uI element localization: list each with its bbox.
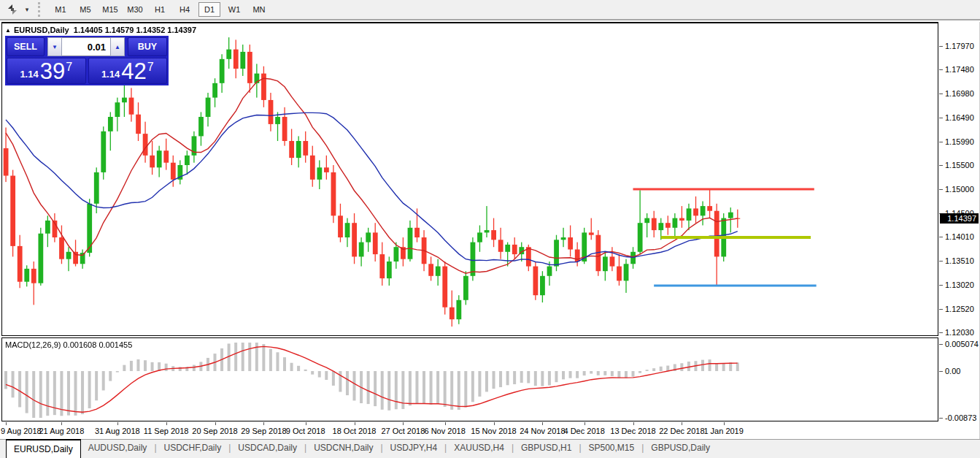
price-axis-tick (939, 285, 943, 286)
price-axis-label: 1.15500 (945, 161, 974, 169)
price-axis-tick (939, 93, 943, 94)
price-axis-label: 1.17970 (945, 42, 974, 50)
price-axis-tick (939, 261, 943, 262)
mt4-window: { "toolbar": { "timeframes": ["M1","M5",… (0, 0, 980, 458)
price-axis-label: 1.14010 (945, 232, 974, 241)
price-axis-label: 1.13510 (945, 256, 974, 265)
collapse-arrow-icon[interactable]: ▲ (5, 27, 11, 34)
timeframe-button-w1[interactable]: W1 (223, 2, 245, 17)
price-axis-tick (939, 46, 943, 47)
price-axis-label: 1.12520 (945, 305, 974, 313)
timeframe-buttons: M1M5M15M30H1H4D1W1MN (48, 2, 271, 17)
timeframe-button-d1[interactable]: D1 (198, 2, 220, 17)
chart-title: ▲EURUSD,Daily 1.14405 1.14579 1.14352 1.… (5, 26, 196, 34)
date-axis-tick (542, 422, 543, 425)
price-axis-label: 1.15990 (945, 137, 974, 146)
volume-decrease-button[interactable]: ▼ (47, 37, 62, 56)
price-axis-tick (939, 165, 943, 166)
price-axis-label: 1.13020 (945, 280, 974, 289)
price-axis-label: 1.17480 (945, 65, 974, 74)
date-axis-tick (215, 422, 216, 425)
buy-button[interactable]: BUY (128, 37, 167, 56)
sell-button[interactable]: SELL (7, 37, 45, 56)
date-axis-tick (724, 422, 725, 425)
price-axis-tick (939, 309, 943, 310)
date-axis-tick (306, 422, 306, 425)
macd-indicator-label: MACD(12,26,9) 0.001608 0.001455 (5, 340, 132, 349)
price-axis-tick (939, 69, 943, 70)
price-axis-tick (939, 142, 943, 142)
volume-input[interactable] (62, 37, 110, 56)
timeframe-button-m15[interactable]: M15 (99, 2, 121, 17)
date-axis-tick (403, 422, 404, 425)
sell-price-sup: 7 (66, 61, 72, 73)
price-axis-tick (939, 237, 943, 237)
chart-arrows-glyph (7, 4, 18, 15)
macd-panel (1, 337, 938, 421)
sell-price-big: 39 (40, 61, 65, 82)
sell-price-prefix: 1.14 (20, 69, 38, 82)
date-axis-tick (61, 422, 62, 425)
date-axis-tick (494, 422, 495, 425)
chart-tab-xauusd-h4[interactable]: XAUUSD,H4 (447, 440, 512, 458)
timeframe-button-h4[interactable]: H4 (174, 2, 196, 17)
date-axis-tick (584, 422, 585, 425)
chart-tab-eurusd-daily[interactable]: EURUSD,Daily (6, 439, 81, 458)
chart-tab-usdchf-daily[interactable]: USDCHF,Daily (157, 440, 229, 458)
chart-symbol-label: EURUSD,Daily (14, 26, 69, 34)
date-axis-tick (355, 422, 355, 425)
date-axis-tick (445, 422, 446, 425)
price-axis-label: -0.00873 (945, 413, 976, 422)
chart-ohlc-values: 1.14405 1.14579 1.14352 1.14397 (74, 26, 196, 34)
chart-tab-usdcad-daily[interactable]: USDCAD,Daily (231, 440, 304, 458)
one-click-trading-panel: SELL ▼ ▲ BUY 1.14397 1.14427 (5, 36, 169, 85)
price-axis-tick (939, 371, 943, 372)
date-axis-tick (633, 422, 634, 425)
date-axis-tick (263, 422, 264, 425)
buy-price-big: 42 (121, 61, 146, 82)
date-axis[interactable]: 9 Aug 201821 Aug 201831 Aug 201811 Sep 2… (0, 422, 939, 439)
buy-price-sup: 7 (147, 61, 154, 73)
timeframe-button-h1[interactable]: H1 (149, 2, 171, 17)
price-axis-tick (939, 418, 943, 419)
chart-tab-sp500-m15[interactable]: SP500,M15 (582, 440, 642, 458)
current-price-badge: 1.14397 (940, 213, 979, 224)
date-axis-label: 21 Aug 2018 (31, 427, 92, 435)
price-axis-label: 1.15000 (945, 185, 974, 194)
sell-price-button[interactable]: 1.14397 (7, 58, 86, 84)
chart-arrows-icon[interactable] (3, 1, 22, 18)
buy-price-button[interactable]: 1.14427 (88, 58, 168, 84)
chart-tab-gbpusd-daily[interactable]: GBPUSD,Daily (644, 440, 717, 458)
date-axis-label: 1 Jan 2019 (693, 427, 755, 435)
price-axis-label: 1.16490 (945, 113, 974, 122)
timeframe-button-m30[interactable]: M30 (124, 2, 146, 17)
chart-tab-gbpusd-h1[interactable]: GBPUSD,H1 (514, 440, 579, 458)
price-axis[interactable]: 1.179701.174801.169801.164901.159901.155… (939, 22, 980, 439)
periods-toolbar: ▾ M1M5M15M30H1H4D1W1MN (0, 0, 980, 20)
timeframe-button-mn[interactable]: MN (248, 2, 270, 17)
price-axis-label: 0.00 (945, 367, 960, 375)
timeframe-button-m1[interactable]: M1 (50, 2, 72, 17)
date-axis-tick (6, 422, 7, 425)
macd-canvas[interactable] (2, 338, 938, 421)
price-axis-label: 1.12030 (945, 328, 974, 337)
price-axis-tick (939, 344, 943, 345)
price-axis-tick (939, 118, 943, 118)
price-axis-label: 1.16980 (945, 89, 974, 98)
price-axis-label: 0.005074 (945, 340, 979, 348)
price-axis-tick (939, 332, 943, 333)
date-axis-tick (682, 422, 682, 425)
timeframe-button-m5[interactable]: M5 (74, 2, 96, 17)
date-axis-tick (117, 422, 118, 425)
chart-tab-audusd-daily[interactable]: AUDUSD,Daily (81, 440, 155, 458)
price-axis-tick (939, 189, 943, 190)
date-axis-tick (166, 422, 167, 425)
chart-tab-usdjpy-h4[interactable]: USDJPY,H4 (383, 440, 444, 458)
toolbar-dropdown-caret[interactable]: ▾ (22, 6, 32, 13)
chart-tab-usdcnh-daily[interactable]: USDCNH,Daily (306, 440, 380, 458)
chart-tab-bar: EURUSD,DailyAUDUSD,Daily|USDCHF,Daily|US… (0, 439, 980, 458)
toolbar-grip[interactable] (38, 2, 44, 17)
buy-price-prefix: 1.14 (101, 69, 120, 82)
volume-increase-button[interactable]: ▲ (110, 37, 125, 56)
